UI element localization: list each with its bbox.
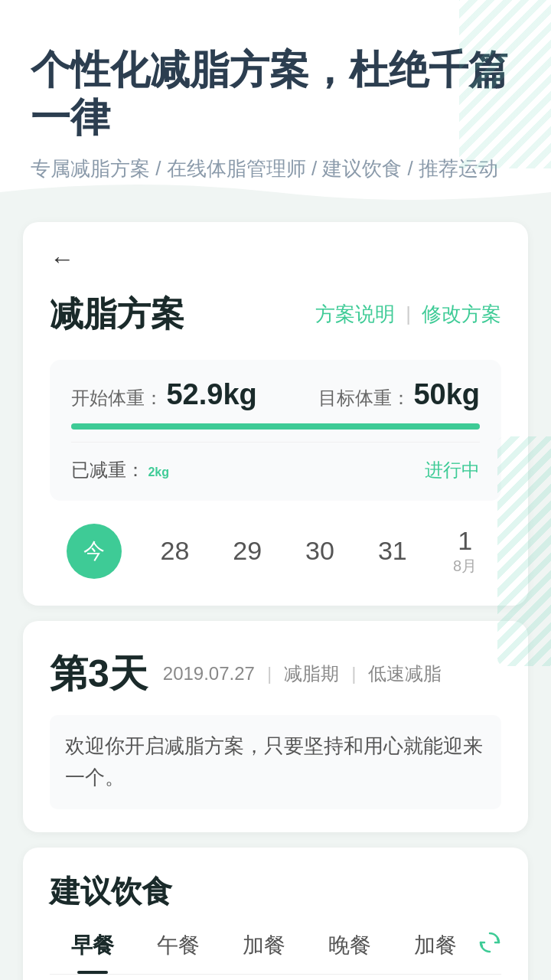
status-badge: 进行中 <box>425 458 480 482</box>
diet-title: 建议饮食 <box>50 871 501 913</box>
diet-tab-snack1[interactable]: 加餐 <box>221 931 307 974</box>
day-card: 第3天 2019.07.27 | 减脂期 | 低速减脂 欢迎你开启减脂方案，只要… <box>23 621 528 832</box>
diet-section: 建议饮食 早餐 午餐 加餐 晚餐 加餐 <box>23 848 528 980</box>
date-strip: 今 28 29 30 31 1 8月 <box>50 516 501 583</box>
refresh-button[interactable] <box>478 931 501 973</box>
target-weight-label: 目标体重： <box>318 387 410 408</box>
weight-status-row: 已减重： 2kg 进行中 <box>71 442 480 482</box>
date-today[interactable]: 今 <box>67 524 122 579</box>
start-weight-label: 开始体重： <box>71 387 163 408</box>
weight-progress-fill <box>71 423 480 430</box>
action-separator: | <box>406 302 411 326</box>
deco-stripes-right <box>497 436 551 666</box>
deco-stripes-top <box>459 0 551 168</box>
weight-lost-value: 2kg <box>148 466 169 479</box>
day-message: 欢迎你开启减脂方案，只要坚持和用心就能迎来一个。 <box>50 715 501 809</box>
weight-lost-label: 已减重： <box>71 459 145 480</box>
weight-row: 开始体重： 52.9kg 目标体重： 50kg <box>71 378 480 411</box>
diet-tabs: 早餐 午餐 加餐 晚餐 加餐 <box>50 931 501 975</box>
day-date: 2019.07.27 <box>163 663 255 684</box>
card-header: 减脂方案 方案说明 | 修改方案 <box>50 292 501 337</box>
target-weight-value: 50kg <box>413 378 480 410</box>
weight-lost: 已减重： 2kg <box>71 458 169 482</box>
main-content: ← 减脂方案 方案说明 | 修改方案 开始体重： 52.9kg 目标体重 <box>0 207 551 980</box>
date-aug1[interactable]: 1 8月 <box>429 526 501 577</box>
start-weight-value: 52.9kg <box>166 378 256 410</box>
target-weight: 目标体重： 50kg <box>318 378 480 411</box>
day-header: 第3天 2019.07.27 | 减脂期 | 低速减脂 <box>50 648 501 700</box>
header-wave <box>0 177 551 207</box>
day-mode: 低速减脂 <box>368 662 442 686</box>
day-sep2: | <box>351 663 356 684</box>
diet-tab-dinner[interactable]: 晚餐 <box>307 931 393 974</box>
diet-tab-breakfast[interactable]: 早餐 <box>50 931 135 974</box>
day-number: 第3天 <box>50 648 148 700</box>
day-meta: 2019.07.27 | 减脂期 | 低速减脂 <box>163 662 442 686</box>
day-sep1: | <box>267 663 272 684</box>
date-28[interactable]: 28 <box>139 536 211 566</box>
plan-card: ← 减脂方案 方案说明 | 修改方案 开始体重： 52.9kg 目标体重 <box>23 222 528 606</box>
header: 个性化减脂方案，杜绝千篇一律 专属减脂方案 / 在线体脂管理师 / 建议饮食 /… <box>0 0 551 207</box>
diet-tab-lunch[interactable]: 午餐 <box>135 931 221 974</box>
explain-link[interactable]: 方案说明 <box>315 301 395 328</box>
plan-title: 减脂方案 <box>50 292 184 337</box>
weight-info-box: 开始体重： 52.9kg 目标体重： 50kg 已减重： 2kg <box>50 360 501 501</box>
header-title: 个性化减脂方案，杜绝千篇一律 <box>31 46 520 142</box>
diet-tab-snack2[interactable]: 加餐 <box>393 931 478 974</box>
date-31[interactable]: 31 <box>356 536 429 566</box>
date-30[interactable]: 30 <box>284 536 357 566</box>
card-actions: 方案说明 | 修改方案 <box>315 301 501 328</box>
date-29[interactable]: 29 <box>211 536 284 566</box>
modify-link[interactable]: 修改方案 <box>422 301 501 328</box>
weight-progress-bar <box>71 423 480 430</box>
back-button[interactable]: ← <box>50 245 74 273</box>
food-item-zongzi[interactable]: 🌿 粽子 1袋 › <box>50 975 501 980</box>
start-weight: 开始体重： 52.9kg <box>71 378 257 411</box>
day-period: 减脂期 <box>284 662 339 686</box>
